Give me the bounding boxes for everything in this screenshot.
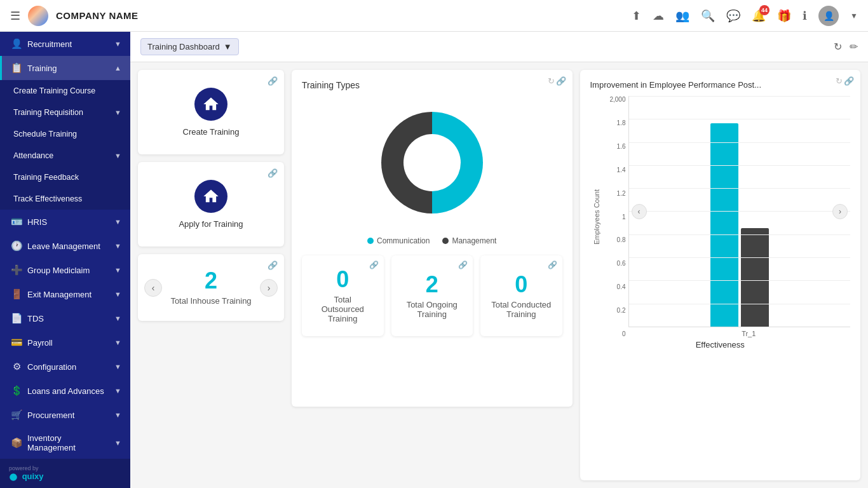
sidebar-item-training[interactable]: 📋 Training ▲ — [0, 56, 130, 80]
inventory-icon: 📦 — [11, 437, 22, 449]
outsourced-stat-card: 🔗 0 Total Outsourced Training — [302, 255, 384, 336]
sidebar-item-exit-management[interactable]: 🚪 Exit Management ▼ — [0, 282, 130, 306]
config-icon: ⚙ — [11, 361, 22, 372]
hamburger-icon[interactable]: ☰ — [10, 9, 20, 23]
next-arrow[interactable]: › — [260, 279, 278, 297]
bottom-stats-row: 🔗 0 Total Outsourced Training 🔗 2 Total … — [302, 255, 562, 336]
link-icon[interactable]: 🔗 — [548, 261, 557, 269]
sidebar-item-training-feedback[interactable]: Training Feedback — [0, 166, 130, 188]
outsourced-value: 0 — [336, 268, 349, 291]
sidebar-item-attendance[interactable]: Attendance ▼ — [0, 145, 130, 166]
shortcuts-column: 🔗 Create Training 🔗 Apply for Training — [138, 70, 284, 407]
search-icon[interactable]: 🔍 — [701, 9, 715, 23]
bars-area: ‹ › — [628, 96, 851, 327]
outsourced-label: Total Outsourced Training — [312, 295, 374, 323]
content-area: Training Dashboard ▼ ↻ ✏ 🔗 Create Traini… — [130, 32, 868, 488]
x-labels: Tr_1 — [628, 327, 851, 337]
apply-training-icon-circle — [194, 180, 227, 213]
leave-icon: 🕐 — [11, 240, 22, 252]
company-name: COMPANY NAME — [56, 10, 139, 21]
create-training-icon-circle — [194, 88, 227, 121]
bar-group-tr1 — [710, 123, 769, 327]
link-icon[interactable]: 🔗 — [844, 76, 854, 86]
donut-chart: 1 1 — [369, 99, 496, 229]
apply-training-label: Apply for Training — [179, 219, 243, 229]
topnav: ☰ COMPANY NAME ⬆ ☁ 👥 🔍 💬 🔔 44 🎁 ℹ 👤 ▼ — [0, 0, 868, 32]
sidebar-footer: powered by quixy — [0, 459, 130, 488]
sidebar-item-configuration[interactable]: ⚙ Configuration ▼ — [0, 355, 130, 379]
notification-icon[interactable]: 🔔 44 — [752, 9, 766, 23]
sidebar-item-payroll[interactable]: 💳 Payroll ▼ — [0, 330, 130, 355]
chat-icon[interactable]: 💬 — [726, 9, 740, 23]
sidebar-item-loans-advances[interactable]: 💲 Loans and Advances ▼ — [0, 379, 130, 403]
chevron-icon: ▼ — [114, 339, 121, 346]
training-icon: 📋 — [11, 62, 22, 74]
y-axis-label-container: Employees Count — [590, 96, 603, 337]
edit-icon[interactable]: ✏ — [850, 41, 858, 53]
x-label-tr1: Tr_1 — [719, 330, 778, 337]
chart-area: Employees Count 0 0.2 0.4 0.6 0.8 1 1.2 … — [590, 96, 851, 337]
y-axis-label: Employees Count — [593, 189, 600, 245]
chevron-icon: ▼ — [114, 266, 121, 274]
create-training-label: Create Training — [183, 127, 240, 137]
refresh-icon[interactable]: ↻ — [836, 76, 843, 86]
gift-icon[interactable]: 🎁 — [777, 9, 791, 23]
training-types-card: ↻ 🔗 Training Types 1 — [292, 70, 573, 407]
sidebar-item-inventory-management[interactable]: 📦 Inventory Management ▼ — [0, 427, 130, 459]
chart-next-arrow[interactable]: › — [832, 204, 848, 219]
user-avatar[interactable]: 👤 — [818, 6, 839, 26]
chart-title: Improvement in Employee Performance Post… — [590, 80, 851, 90]
sidebar-item-leave-management[interactable]: 🕐 Leave Management ▼ — [0, 234, 130, 258]
sidebar-item-group-mediclaim[interactable]: ➕ Group Mediclaim ▼ — [0, 258, 130, 282]
link-icon[interactable]: 🔗 — [556, 76, 566, 86]
chevron-icon: ▼ — [114, 363, 121, 370]
chevron-icon: ▼ — [114, 242, 121, 250]
legend-communication: Communication — [367, 236, 430, 245]
link-icon[interactable]: 🔗 — [458, 261, 468, 269]
sidebar-item-track-effectiveness[interactable]: Track Effectiveness — [0, 188, 130, 210]
sidebar-item-tds[interactable]: 📄 TDS ▼ — [0, 306, 130, 330]
inhouse-training-card: 🔗 ‹ › 2 Total Inhouse Training — [138, 254, 284, 321]
chevron-icon: ▼ — [114, 218, 121, 226]
chart-prev-arrow[interactable]: ‹ — [632, 204, 647, 219]
chevron-icon: ▼ — [114, 40, 121, 48]
users-settings-icon[interactable]: 👥 — [675, 9, 689, 23]
bar-teal-tr1 — [710, 123, 738, 327]
info-icon[interactable]: ℹ — [803, 9, 807, 23]
link-icon[interactable]: 🔗 — [268, 76, 278, 86]
link-icon[interactable]: 🔗 — [268, 168, 278, 178]
chevron-icon: ▼ — [114, 411, 121, 419]
chevron-icon: ▼ — [114, 152, 121, 159]
sidebar-item-schedule-training[interactable]: Schedule Training — [0, 123, 130, 145]
legend-dot-communication — [367, 238, 374, 244]
bar-dark-tr1 — [741, 228, 769, 327]
ongoing-value: 2 — [426, 273, 438, 296]
chevron-icon: ▼ — [114, 387, 121, 395]
hris-icon: 🪪 — [11, 216, 22, 227]
chevron-icon: ▼ — [114, 290, 121, 298]
sidebar-item-training-requisition[interactable]: Training Requisition ▼ — [0, 102, 130, 123]
sidebar-item-create-training-course[interactable]: Create Training Course — [0, 80, 130, 102]
conducted-value: 0 — [515, 273, 527, 296]
refresh-icon[interactable]: ↻ — [548, 76, 555, 86]
upload-icon[interactable]: ⬆ — [632, 9, 641, 23]
apply-training-card[interactable]: 🔗 Apply for Training — [138, 162, 284, 247]
link-icon[interactable]: 🔗 — [369, 261, 379, 269]
content-header: Training Dashboard ▼ ↻ ✏ — [130, 32, 868, 62]
refresh-icon[interactable]: ↻ — [834, 41, 842, 53]
inhouse-label: Total Inhouse Training — [170, 296, 251, 306]
donut-legend: Communication Management — [367, 236, 496, 245]
cloud-icon[interactable]: ☁ — [653, 9, 664, 23]
link-icon[interactable]: 🔗 — [268, 261, 278, 270]
sidebar-item-hris[interactable]: 🪪 HRIS ▼ — [0, 210, 130, 234]
sidebar-item-recruitment[interactable]: 👤 Recruitment ▼ — [0, 32, 130, 56]
loans-icon: 💲 — [11, 385, 22, 396]
create-training-card[interactable]: 🔗 Create Training — [138, 70, 284, 154]
dashboard-dropdown[interactable]: Training Dashboard ▼ — [140, 38, 239, 55]
avatar-dropdown-icon[interactable]: ▼ — [850, 11, 858, 20]
exit-icon: 🚪 — [11, 288, 22, 300]
chevron-icon: ▼ — [114, 109, 121, 116]
prev-arrow[interactable]: ‹ — [144, 279, 162, 297]
sidebar-item-procurement[interactable]: 🛒 Procurement ▼ — [0, 403, 130, 427]
dropdown-arrow-icon: ▼ — [224, 42, 232, 51]
